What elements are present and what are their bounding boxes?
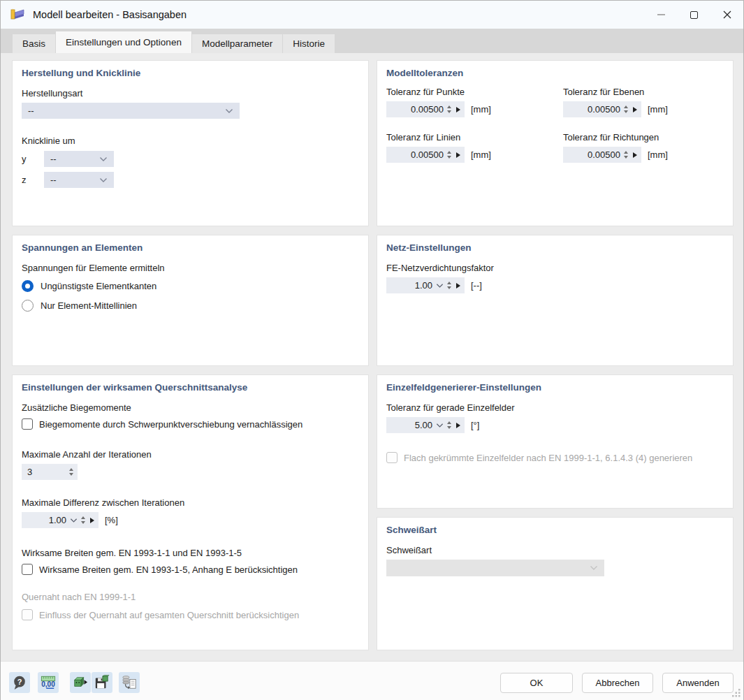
maximize-button[interactable] (678, 1, 710, 29)
spin-down-icon[interactable] (624, 110, 628, 113)
knicklinie-label: Knicklinie um (22, 136, 359, 146)
spinner-control (447, 105, 451, 113)
dropdown-value: -- (50, 154, 57, 164)
tab-label: Basis (22, 38, 45, 49)
transfer-settings-button[interactable] (119, 672, 140, 693)
section-title: Schweißart (386, 525, 724, 535)
ok-button[interactable]: OK (500, 673, 573, 693)
chevron-down-icon[interactable] (436, 283, 444, 289)
schweissart-label: Schweißart (386, 545, 724, 555)
save-default-button[interactable] (92, 672, 112, 693)
fe-factor-row: 1.00 [--] (386, 277, 724, 293)
tolerance-punkte-input[interactable]: 0.00500 (386, 101, 465, 117)
radio-row-ungünstigste[interactable]: Ungünstigste Elementkanten (22, 280, 359, 292)
checkbox-icon[interactable] (22, 564, 33, 575)
spin-down-icon[interactable] (447, 426, 451, 429)
tolerance-ebenen-input[interactable]: 0.00500 (563, 101, 641, 117)
spinner-control (624, 105, 628, 113)
checkbox-icon[interactable] (22, 418, 33, 430)
spin-down-icon[interactable] (81, 521, 85, 524)
spin-down-icon[interactable] (624, 156, 628, 159)
minimize-icon (657, 14, 665, 15)
maximize-icon (690, 11, 698, 19)
knicklinie-z-dropdown[interactable]: -- (44, 172, 114, 188)
chevron-down-icon[interactable] (436, 423, 444, 428)
checkbox-disabled-icon (22, 609, 33, 620)
spin-up-icon[interactable] (81, 516, 85, 519)
differenz-label: Maximale Differenz zwischen Iterationen (22, 497, 359, 508)
wirksame-breiten-checkbox-row[interactable]: Wirksame Breiten gem. EN 1993-1-5, Anhan… (22, 564, 359, 575)
detail-arrow-icon[interactable] (456, 423, 460, 428)
tolerance-richtungen-input[interactable]: 0.00500 (563, 147, 641, 163)
detail-arrow-icon[interactable] (456, 283, 460, 289)
tolerance-label: Toleranz für Richtungen (563, 132, 740, 143)
fe-factor-combo[interactable]: 1.00 (386, 277, 465, 293)
tab-bar: Basis Einstellungen und Optionen Modellp… (1, 29, 743, 53)
differenz-combo[interactable]: 1.00 (22, 512, 99, 528)
apply-parameters-button[interactable] (70, 672, 91, 693)
tab-modellparameter[interactable]: Modellparameter (192, 34, 282, 53)
spin-down-icon[interactable] (447, 156, 451, 159)
chevron-down-icon (99, 177, 108, 183)
field-value: 1.00 (392, 280, 432, 291)
radio-selected-icon[interactable] (22, 280, 34, 292)
spin-up-icon[interactable] (624, 105, 628, 108)
help-button[interactable]: ? (9, 672, 30, 693)
apply-button[interactable]: Anwenden (662, 673, 734, 693)
tolerance-label: Toleranz für Linien (386, 132, 563, 143)
cancel-button[interactable]: Abbrechen (582, 673, 653, 693)
section-title: Einzelfeldgenerierer-Einstellungen (386, 382, 724, 393)
help-icon: ? (12, 675, 27, 690)
tab-basis[interactable]: Basis (13, 34, 55, 53)
tab-einstellungen-und-optionen[interactable]: Einstellungen und Optionen (56, 31, 191, 53)
knicklinie-y-dropdown[interactable]: -- (44, 151, 114, 167)
tolerance-field-row: 0.00500 [mm] (563, 101, 740, 117)
spin-up-icon[interactable] (69, 468, 73, 471)
unit-label: [mm] (471, 150, 491, 160)
unit-label: [°] (471, 420, 479, 430)
units-settings-button[interactable]: 0,00 (38, 672, 59, 693)
herstellungsart-dropdown[interactable]: -- (22, 103, 240, 119)
checkbox-label[interactable]: Wirksame Breiten gem. EN 1993-1-5, Anhan… (39, 564, 298, 575)
chevron-down-icon[interactable] (70, 518, 78, 523)
einzelfeld-toleranz-combo[interactable]: 5.00 (386, 417, 465, 433)
svg-text:0,00: 0,00 (41, 680, 55, 688)
bottom-bar: ? 0,00 (1, 661, 743, 700)
iterationen-input[interactable]: 3 (22, 464, 78, 480)
spin-up-icon[interactable] (624, 151, 628, 154)
spin-down-icon[interactable] (447, 286, 451, 289)
radio-unselected-icon[interactable] (22, 300, 34, 312)
biegemomente-label: Zusätzliche Biegemomente (22, 402, 359, 413)
tolerance-linien-input[interactable]: 0.00500 (386, 147, 465, 163)
title-bar: Modell bearbeiten - Basisangaben (1, 1, 743, 29)
transfer-settings-icon (122, 675, 137, 690)
close-button[interactable] (710, 1, 743, 29)
spinner-control (69, 468, 73, 476)
spannungen-group-label: Spannungen für Elemente ermitteln (22, 263, 359, 273)
tolerance-label: Toleranz für Punkte (386, 87, 563, 97)
detail-arrow-icon[interactable] (633, 152, 637, 158)
detail-arrow-icon[interactable] (90, 518, 94, 523)
radio-label[interactable]: Nur Element-Mittellinien (41, 300, 137, 311)
spin-up-icon[interactable] (447, 421, 451, 424)
quernaht-checkbox-row: Einfluss der Quernaht auf gesamten Quers… (22, 609, 359, 620)
tab-historie[interactable]: Historie (283, 34, 335, 53)
biegemomente-checkbox-row[interactable]: Biegemomente durch Schwerpunktverschiebu… (22, 418, 359, 430)
dialog-buttons: OK Abbrechen Anwenden (500, 673, 734, 693)
spin-up-icon[interactable] (447, 282, 451, 284)
section-title: Spannungen an Elementen (22, 242, 359, 253)
detail-arrow-icon[interactable] (456, 107, 460, 112)
radio-label[interactable]: Ungünstigste Elementkanten (41, 281, 156, 291)
radio-row-mittellinien[interactable]: Nur Element-Mittellinien (22, 300, 359, 312)
dialog-content: Herstellung und Knicklinie Herstellungsa… (1, 53, 743, 661)
spin-down-icon[interactable] (69, 473, 73, 476)
checkbox-label[interactable]: Biegemomente durch Schwerpunktverschiebu… (39, 419, 302, 430)
detail-arrow-icon[interactable] (633, 107, 637, 112)
spin-down-icon[interactable] (447, 110, 451, 113)
spin-up-icon[interactable] (447, 105, 451, 108)
wirksame-breiten-label: Wirksame Breiten gem. EN 1993-1-1 und EN… (22, 548, 359, 558)
minimize-button[interactable] (645, 1, 678, 29)
spin-up-icon[interactable] (447, 151, 451, 154)
resize-grip[interactable] (732, 688, 741, 697)
detail-arrow-icon[interactable] (456, 152, 460, 158)
